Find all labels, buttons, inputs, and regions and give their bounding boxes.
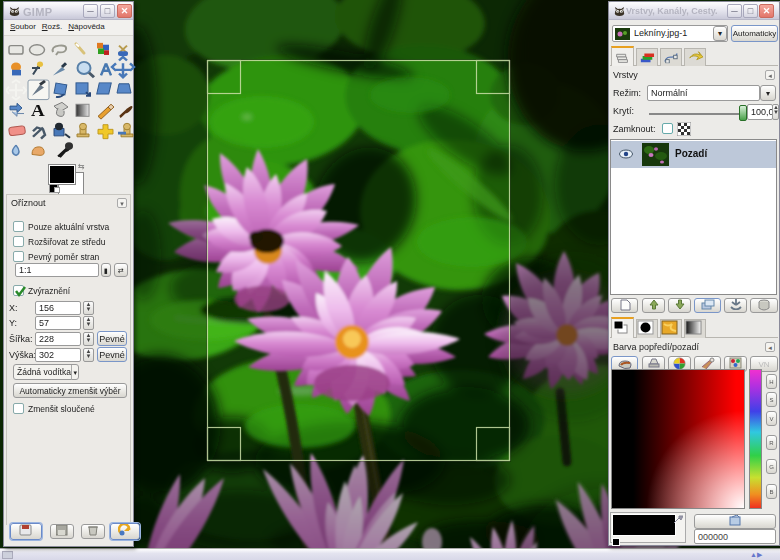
svg-text:A: A xyxy=(31,101,45,120)
